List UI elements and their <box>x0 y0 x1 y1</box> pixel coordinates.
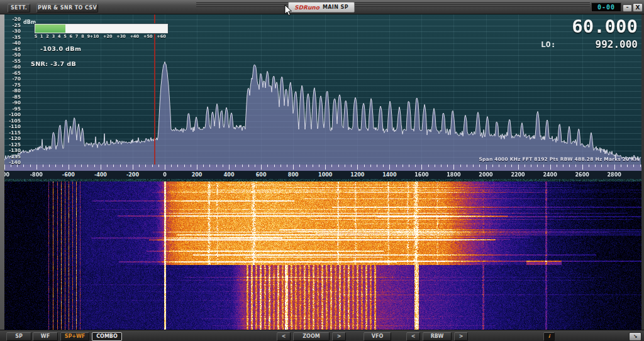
lo-frequency-readout[interactable]: 992.000 <box>596 38 638 50</box>
dbm-tick-label: -85 <box>4 95 21 100</box>
s-meter <box>35 24 168 33</box>
dbm-tick-label: -45 <box>4 47 21 52</box>
freq-tick-label: -800 <box>30 172 43 178</box>
minimize-button[interactable]: – <box>623 4 632 12</box>
dbm-tick-label: -100 <box>4 112 21 117</box>
window-title: MAIN SP <box>323 4 348 10</box>
smeter-scale: S123456789+10+20+30+40+50+60 <box>4 34 174 39</box>
freq-tick-label: 1000 <box>318 172 332 178</box>
close-button[interactable]: X <box>633 3 643 12</box>
title-plate: SDRuno MAIN SP <box>288 2 355 13</box>
bottom-toolbar: SP WF SP+WF COMBO < ZOOM > VFO < RBW > i… <box>0 330 644 341</box>
freq-tick-label: 0 <box>163 172 167 178</box>
span-status: Span 4000 KHz FFT 8192 Pts RBW 488.28 Hz… <box>479 156 639 162</box>
rbw-up-button[interactable]: > <box>454 332 468 341</box>
smeter-scale-label: S <box>35 34 38 39</box>
dbm-tick-label: -20 <box>4 17 21 22</box>
smeter-scale-label: +30 <box>116 34 126 39</box>
freq-tick-label: 1200 <box>350 172 364 178</box>
vfo-button[interactable]: VFO <box>364 332 391 341</box>
info-button[interactable]: i <box>543 332 555 341</box>
titlebar-grip-lines <box>196 2 590 8</box>
dbm-tick-label: -80 <box>4 89 21 94</box>
dbm-tick-label: -90 <box>4 100 21 106</box>
freq-tick-label: 2000 <box>479 172 492 178</box>
combo-button[interactable]: COMBO <box>92 332 122 341</box>
dbm-tick-label: -40 <box>4 41 21 46</box>
resize-button[interactable]: ↘ <box>629 332 641 341</box>
freq-tick-label: 1400 <box>382 172 396 178</box>
wf-button[interactable]: WF <box>33 332 58 341</box>
smeter-scale-label: +10 <box>90 34 99 39</box>
window-frame-left <box>0 14 4 330</box>
dbm-tick-label: -130 <box>4 148 21 153</box>
freq-tick-label: 2400 <box>543 172 557 178</box>
power-readout: -103.0 dBm <box>40 45 81 52</box>
s-meter-fill <box>35 24 65 33</box>
smeter-scale-label: +60 <box>157 34 166 39</box>
waterfall-canvas[interactable] <box>4 179 641 330</box>
vfo-frequency-readout[interactable]: 60.000 <box>572 16 638 37</box>
smeter-scale-label: 1 <box>40 34 43 39</box>
freq-tick-label: 2800 <box>608 172 621 178</box>
sp-wf-button[interactable]: SP+WF <box>60 332 89 341</box>
smeter-scale-label: 7 <box>75 34 79 39</box>
sdruno-main-sp-window: SETT. PWR & SNR TO CSV SDRuno MAIN SP 0-… <box>0 0 644 341</box>
clock-display: 0-00 <box>591 3 621 12</box>
settings-button[interactable]: SETT. <box>8 4 30 13</box>
app-logo: SDRuno <box>294 4 319 11</box>
zoom-button[interactable]: ZOOM <box>293 332 330 341</box>
smeter-scale-label: 8 <box>81 34 84 39</box>
dbm-tick-label: -70 <box>4 77 21 82</box>
dbm-tick-label: -60 <box>4 65 21 70</box>
freq-tick-label: 600 <box>256 172 267 178</box>
freq-tick-label: 000 <box>4 172 9 178</box>
rbw-button[interactable]: RBW <box>423 332 452 341</box>
snr-readout: SNR: -3.7 dB <box>31 60 76 67</box>
dbm-tick-label: -30 <box>4 29 21 34</box>
dbm-tick-label: -125 <box>4 143 21 148</box>
freq-tick-label: 2600 <box>575 172 589 178</box>
freq-tick-label: -600 <box>62 172 75 178</box>
dbm-tick-label: -95 <box>4 107 21 112</box>
freq-tick-label: 400 <box>224 172 235 178</box>
sp-button[interactable]: SP <box>6 332 31 341</box>
smeter-scale-label: 4 <box>58 34 61 39</box>
smeter-scale-label: +50 <box>143 34 153 39</box>
dbm-tick-label: -135 <box>4 154 21 160</box>
dbm-tick-label: -110 <box>4 124 21 129</box>
frequency-axis: 000-800-600-400-200020040060080010001200… <box>4 171 641 179</box>
dbm-tick-label: -50 <box>4 53 21 58</box>
freq-tick-label: 1800 <box>447 172 460 178</box>
dbm-tick-label: -140 <box>4 160 21 165</box>
spectrum-panel: -20-25-30-35-40-45-50-55-60-65-70-75-80-… <box>4 14 641 179</box>
dbm-tick-label: -120 <box>4 136 21 141</box>
mouse-cursor <box>284 4 292 16</box>
smeter-scale-label: 3 <box>52 34 55 39</box>
smeter-scale-label: +40 <box>130 34 140 39</box>
dbm-tick-label: -25 <box>4 23 21 28</box>
zoom-out-button[interactable]: < <box>277 332 291 341</box>
dbm-tick-label: -115 <box>4 131 21 136</box>
rbw-down-button[interactable]: < <box>406 332 420 341</box>
dbm-tick-label: -55 <box>4 59 21 64</box>
pwr-snr-csv-button[interactable]: PWR & SNR TO CSV <box>36 4 98 13</box>
freq-tick-label: -200 <box>126 172 139 178</box>
smeter-scale-label: +20 <box>103 34 113 39</box>
freq-tick-label: 1600 <box>414 172 428 178</box>
dbm-tick-label: -105 <box>4 119 21 124</box>
dbm-tick-label: -75 <box>4 83 21 88</box>
window-frame-right <box>641 14 644 330</box>
freq-tick-label: -400 <box>94 172 107 178</box>
smeter-scale-label: 5 <box>64 34 67 39</box>
lo-label: LO: <box>541 40 555 49</box>
smeter-scale-label: 6 <box>70 34 73 39</box>
freq-tick-label: 800 <box>288 172 299 178</box>
dbm-tick-label: -65 <box>4 71 21 76</box>
smeter-scale-label: 2 <box>46 34 49 39</box>
waterfall-panel <box>4 179 641 330</box>
zoom-in-button[interactable]: > <box>332 332 346 341</box>
freq-tick-label: 200 <box>192 172 203 178</box>
freq-tick-label: 2200 <box>511 172 525 178</box>
title-bar[interactable]: SETT. PWR & SNR TO CSV SDRuno MAIN SP 0-… <box>0 0 644 14</box>
